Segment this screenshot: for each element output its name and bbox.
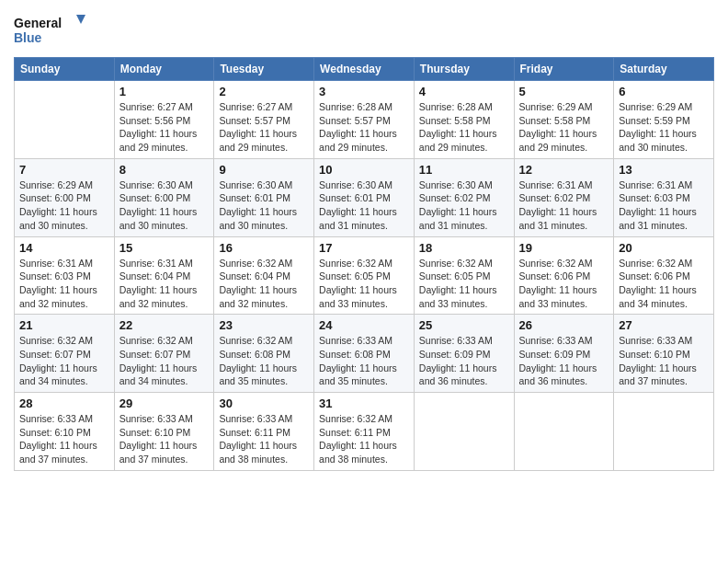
calendar-cell: 24Sunrise: 6:33 AM Sunset: 6:08 PM Dayli… xyxy=(314,315,415,393)
day-number: 10 xyxy=(319,163,409,177)
week-row-1: 1Sunrise: 6:27 AM Sunset: 5:56 PM Daylig… xyxy=(15,81,714,159)
calendar-cell: 7Sunrise: 6:29 AM Sunset: 6:00 PM Daylig… xyxy=(15,158,115,236)
calendar-table: SundayMondayTuesdayWednesdayThursdayFrid… xyxy=(14,57,714,471)
day-number: 2 xyxy=(219,85,309,98)
header-day-wednesday: Wednesday xyxy=(314,58,415,81)
day-number: 8 xyxy=(119,163,210,177)
day-info: Sunrise: 6:33 AM Sunset: 6:11 PM Dayligh… xyxy=(219,412,309,466)
day-number: 11 xyxy=(419,163,509,177)
calendar-cell: 6Sunrise: 6:29 AM Sunset: 5:59 PM Daylig… xyxy=(614,81,714,159)
day-info: Sunrise: 6:32 AM Sunset: 6:06 PM Dayligh… xyxy=(619,257,709,311)
day-number: 26 xyxy=(519,318,609,332)
day-number: 28 xyxy=(19,396,109,410)
header-day-sunday: Sunday xyxy=(15,58,115,81)
day-number: 5 xyxy=(519,85,609,98)
header-day-tuesday: Tuesday xyxy=(214,58,314,81)
day-number: 16 xyxy=(219,241,309,255)
day-number: 1 xyxy=(119,85,210,98)
logo-svg: General Blue xyxy=(14,13,87,50)
day-info: Sunrise: 6:32 AM Sunset: 6:07 PM Dayligh… xyxy=(19,334,109,388)
calendar-cell: 1Sunrise: 6:27 AM Sunset: 5:56 PM Daylig… xyxy=(114,81,214,159)
day-info: Sunrise: 6:30 AM Sunset: 6:02 PM Dayligh… xyxy=(419,178,509,233)
day-number: 14 xyxy=(19,241,109,255)
calendar-cell: 8Sunrise: 6:30 AM Sunset: 6:00 PM Daylig… xyxy=(114,158,214,236)
calendar-cell: 28Sunrise: 6:33 AM Sunset: 6:10 PM Dayli… xyxy=(15,393,115,471)
day-number: 13 xyxy=(619,163,709,177)
day-info: Sunrise: 6:29 AM Sunset: 5:58 PM Dayligh… xyxy=(519,100,609,155)
calendar-cell: 10Sunrise: 6:30 AM Sunset: 6:01 PM Dayli… xyxy=(314,158,415,236)
day-info: Sunrise: 6:27 AM Sunset: 5:56 PM Dayligh… xyxy=(119,100,210,155)
day-number: 20 xyxy=(619,241,709,255)
day-number: 9 xyxy=(219,163,309,177)
logo: General Blue xyxy=(14,13,87,50)
svg-text:General: General xyxy=(14,16,62,30)
day-info: Sunrise: 6:32 AM Sunset: 6:05 PM Dayligh… xyxy=(419,257,509,311)
day-number: 3 xyxy=(319,85,409,98)
day-info: Sunrise: 6:33 AM Sunset: 6:10 PM Dayligh… xyxy=(19,412,109,466)
calendar-cell: 26Sunrise: 6:33 AM Sunset: 6:09 PM Dayli… xyxy=(514,315,614,393)
header-day-thursday: Thursday xyxy=(414,58,514,81)
calendar-cell: 29Sunrise: 6:33 AM Sunset: 6:10 PM Dayli… xyxy=(114,393,214,471)
calendar-cell: 31Sunrise: 6:32 AM Sunset: 6:11 PM Dayli… xyxy=(314,393,415,471)
page-header: General Blue xyxy=(14,9,714,50)
day-number: 30 xyxy=(219,396,309,410)
svg-text:Blue: Blue xyxy=(14,30,42,45)
calendar-cell: 16Sunrise: 6:32 AM Sunset: 6:04 PM Dayli… xyxy=(214,236,314,315)
calendar-cell: 17Sunrise: 6:32 AM Sunset: 6:05 PM Dayli… xyxy=(314,236,415,315)
day-info: Sunrise: 6:33 AM Sunset: 6:09 PM Dayligh… xyxy=(419,334,509,388)
svg-marker-2 xyxy=(76,15,85,24)
calendar-cell: 27Sunrise: 6:33 AM Sunset: 6:10 PM Dayli… xyxy=(614,315,714,393)
day-number: 25 xyxy=(419,318,509,332)
day-info: Sunrise: 6:29 AM Sunset: 6:00 PM Dayligh… xyxy=(19,178,109,233)
calendar-cell: 21Sunrise: 6:32 AM Sunset: 6:07 PM Dayli… xyxy=(15,315,115,393)
day-info: Sunrise: 6:32 AM Sunset: 6:04 PM Dayligh… xyxy=(219,257,309,311)
calendar-cell: 2Sunrise: 6:27 AM Sunset: 5:57 PM Daylig… xyxy=(214,81,314,159)
calendar-cell: 18Sunrise: 6:32 AM Sunset: 6:05 PM Dayli… xyxy=(414,236,514,315)
week-row-5: 28Sunrise: 6:33 AM Sunset: 6:10 PM Dayli… xyxy=(15,393,714,471)
day-info: Sunrise: 6:32 AM Sunset: 6:06 PM Dayligh… xyxy=(519,257,609,311)
calendar-cell: 23Sunrise: 6:32 AM Sunset: 6:08 PM Dayli… xyxy=(214,315,314,393)
calendar-cell: 14Sunrise: 6:31 AM Sunset: 6:03 PM Dayli… xyxy=(15,236,115,315)
day-info: Sunrise: 6:29 AM Sunset: 5:59 PM Dayligh… xyxy=(619,100,709,155)
calendar-cell: 30Sunrise: 6:33 AM Sunset: 6:11 PM Dayli… xyxy=(214,393,314,471)
day-number: 12 xyxy=(519,163,609,177)
day-info: Sunrise: 6:31 AM Sunset: 6:02 PM Dayligh… xyxy=(519,178,609,233)
day-info: Sunrise: 6:31 AM Sunset: 6:03 PM Dayligh… xyxy=(619,178,709,233)
day-number: 21 xyxy=(19,318,109,332)
day-number: 23 xyxy=(219,318,309,332)
calendar-cell: 9Sunrise: 6:30 AM Sunset: 6:01 PM Daylig… xyxy=(214,158,314,236)
day-number: 29 xyxy=(119,396,210,410)
day-number: 6 xyxy=(619,85,709,98)
day-info: Sunrise: 6:28 AM Sunset: 5:58 PM Dayligh… xyxy=(419,100,509,155)
day-number: 19 xyxy=(519,241,609,255)
day-info: Sunrise: 6:28 AM Sunset: 5:57 PM Dayligh… xyxy=(319,100,409,155)
day-info: Sunrise: 6:30 AM Sunset: 6:01 PM Dayligh… xyxy=(319,178,409,233)
day-info: Sunrise: 6:30 AM Sunset: 6:00 PM Dayligh… xyxy=(119,178,210,233)
header-row: SundayMondayTuesdayWednesdayThursdayFrid… xyxy=(15,58,714,81)
day-info: Sunrise: 6:32 AM Sunset: 6:08 PM Dayligh… xyxy=(219,334,309,388)
day-info: Sunrise: 6:27 AM Sunset: 5:57 PM Dayligh… xyxy=(219,100,309,155)
day-info: Sunrise: 6:33 AM Sunset: 6:10 PM Dayligh… xyxy=(619,334,709,388)
calendar-cell: 19Sunrise: 6:32 AM Sunset: 6:06 PM Dayli… xyxy=(514,236,614,315)
calendar-cell: 15Sunrise: 6:31 AM Sunset: 6:04 PM Dayli… xyxy=(114,236,214,315)
week-row-4: 21Sunrise: 6:32 AM Sunset: 6:07 PM Dayli… xyxy=(15,315,714,393)
calendar-cell: 25Sunrise: 6:33 AM Sunset: 6:09 PM Dayli… xyxy=(414,315,514,393)
calendar-cell: 4Sunrise: 6:28 AM Sunset: 5:58 PM Daylig… xyxy=(414,81,514,159)
day-number: 31 xyxy=(319,396,409,410)
header-day-friday: Friday xyxy=(514,58,614,81)
day-info: Sunrise: 6:32 AM Sunset: 6:05 PM Dayligh… xyxy=(319,257,409,311)
day-number: 17 xyxy=(319,241,409,255)
day-info: Sunrise: 6:32 AM Sunset: 6:07 PM Dayligh… xyxy=(119,334,210,388)
week-row-2: 7Sunrise: 6:29 AM Sunset: 6:00 PM Daylig… xyxy=(15,158,714,236)
calendar-cell xyxy=(614,393,714,471)
calendar-cell: 20Sunrise: 6:32 AM Sunset: 6:06 PM Dayli… xyxy=(614,236,714,315)
calendar-cell xyxy=(514,393,614,471)
calendar-cell: 13Sunrise: 6:31 AM Sunset: 6:03 PM Dayli… xyxy=(614,158,714,236)
day-number: 4 xyxy=(419,85,509,98)
week-row-3: 14Sunrise: 6:31 AM Sunset: 6:03 PM Dayli… xyxy=(15,236,714,315)
day-number: 24 xyxy=(319,318,409,332)
day-number: 18 xyxy=(419,241,509,255)
day-info: Sunrise: 6:30 AM Sunset: 6:01 PM Dayligh… xyxy=(219,178,309,233)
day-info: Sunrise: 6:32 AM Sunset: 6:11 PM Dayligh… xyxy=(319,412,409,466)
day-number: 27 xyxy=(619,318,709,332)
